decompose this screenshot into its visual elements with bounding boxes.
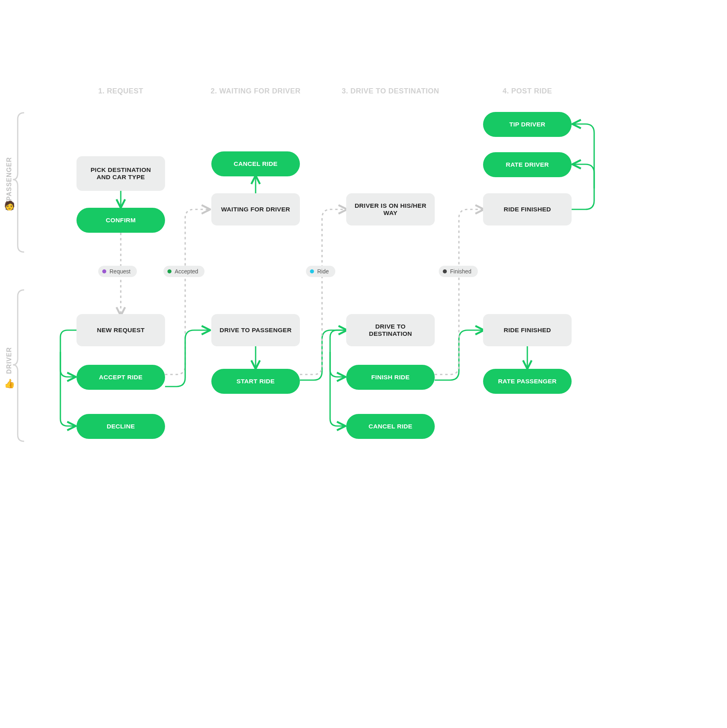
phase-2: 2. WAITING FOR DRIVER	[211, 87, 301, 95]
lane-label-passenger: PASSENGER	[6, 157, 13, 201]
node-waiting-for-driver: WAITING FOR DRIVER	[211, 193, 300, 225]
node-rate-driver: RATE DRIVER	[483, 152, 572, 177]
node-finish-ride: FINISH RIDE	[346, 365, 435, 390]
lane-braces	[0, 0, 727, 728]
passenger-icon: 🧑	[4, 201, 15, 211]
lane-label-driver: DRIVER	[6, 347, 13, 374]
node-cancel-ride-driver: CANCEL RIDE	[346, 414, 435, 439]
badge-request: Request	[98, 266, 137, 277]
diagram-canvas: { "lanes": { "passenger": { "label": "PA…	[0, 0, 727, 728]
node-new-request: NEW REQUEST	[76, 314, 165, 346]
node-drive-to-passenger: DRIVE TO PASSENGER	[211, 314, 300, 346]
node-rate-passenger: RATE PASSENGER	[483, 369, 572, 394]
node-ride-finished-driver: RIDE FINISHED	[483, 314, 572, 346]
phase-1: 1. REQUEST	[98, 87, 143, 95]
node-pick-destination: PICK DESTINATION AND CAR TYPE	[76, 156, 165, 191]
badge-label: Accepted	[175, 268, 198, 275]
badge-ride: Ride	[306, 266, 335, 277]
node-start-ride: START RIDE	[211, 369, 300, 394]
node-cancel-ride-passenger: CANCEL RIDE	[211, 151, 300, 176]
phase-4: 4. POST RIDE	[502, 87, 552, 95]
dot-icon	[102, 269, 106, 273]
badge-finished: Finished	[439, 266, 478, 277]
badge-label: Ride	[317, 268, 329, 275]
node-confirm: CONFIRM	[76, 208, 165, 233]
connectors	[0, 0, 727, 728]
badge-accepted: Accepted	[163, 266, 204, 277]
driver-icon: 👍	[4, 378, 15, 389]
dot-icon	[167, 269, 171, 273]
node-drive-to-destination: DRIVE TO DESTINATION	[346, 314, 435, 346]
node-tip-driver: TIP DRIVER	[483, 112, 572, 137]
node-ride-finished-passenger: RIDE FINISHED	[483, 193, 572, 225]
dot-icon	[443, 269, 447, 273]
badge-label: Finished	[450, 268, 471, 275]
node-accept-ride: ACCEPT RIDE	[76, 365, 165, 390]
node-decline: DECLINE	[76, 414, 165, 439]
dot-icon	[310, 269, 314, 273]
node-driver-on-way: DRIVER IS ON HIS/HER WAY	[346, 193, 435, 225]
badge-label: Request	[109, 268, 130, 275]
phase-3: 3. DRIVE TO DESTINATION	[342, 87, 439, 95]
